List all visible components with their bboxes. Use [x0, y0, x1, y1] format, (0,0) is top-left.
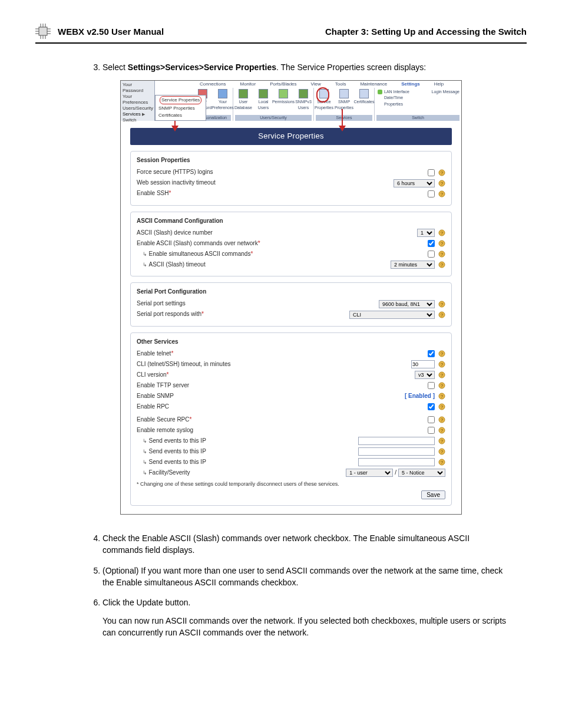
svg-text:?: ?: [441, 460, 444, 465]
cli-version-select[interactable]: v3: [415, 371, 435, 379]
nav-users-security[interactable]: Users/Security: [122, 106, 153, 111]
facility-select[interactable]: 1 - user: [346, 469, 393, 477]
menu-connections[interactable]: Connections: [193, 81, 233, 88]
ascii-section: ASCII Command Configuration ASCII (Slash…: [130, 212, 452, 277]
left-nav: Your Password Your Preferences Users/Sec…: [121, 81, 155, 121]
help-icon[interactable]: ?: [438, 393, 445, 400]
help-icon[interactable]: ?: [438, 437, 445, 444]
svg-text:?: ?: [441, 404, 444, 410]
nav-your-preferences[interactable]: Your Preferences: [122, 94, 153, 106]
toolbar-snmp-properties[interactable]: SNMP Properties: [336, 89, 352, 115]
menu-tools[interactable]: Tools: [328, 81, 353, 88]
ascii-timeout-select[interactable]: 2 minutes: [391, 261, 435, 269]
serial-settings-select[interactable]: 9600 baud, 8N1: [379, 300, 435, 308]
chip-icon: [35, 24, 51, 39]
service-properties-screenshot: Your Password Your Preferences Users/Sec…: [120, 80, 462, 515]
send-ip-1-input[interactable]: [358, 437, 435, 445]
content: Select Settings>Services>Service Propert…: [88, 61, 509, 638]
submenu-certificates[interactable]: Certificates: [156, 112, 206, 120]
help-icon[interactable]: ?: [438, 403, 445, 410]
svg-text:?: ?: [441, 230, 444, 236]
help-icon[interactable]: ?: [438, 448, 445, 455]
send-ip-2-input[interactable]: [358, 447, 435, 456]
enable-ssh-checkbox[interactable]: [428, 190, 435, 197]
submenu-snmp-properties[interactable]: SNMP Properties: [156, 105, 206, 113]
help-icon[interactable]: ?: [438, 190, 445, 197]
help-icon[interactable]: ?: [438, 350, 445, 357]
help-icon[interactable]: ?: [438, 301, 445, 308]
nav-your-password[interactable]: Your Password: [122, 82, 153, 94]
help-icon[interactable]: ?: [438, 427, 445, 434]
svg-text:?: ?: [441, 383, 444, 388]
enable-rpc-checkbox[interactable]: [428, 403, 435, 410]
svg-text:?: ?: [441, 312, 444, 318]
toolbar-your-preferences[interactable]: Your Preferences: [214, 89, 231, 115]
ascii-simultaneous-label: Enable simultaneous ASCII commands*: [137, 250, 428, 259]
menu-view[interactable]: View: [304, 81, 328, 88]
help-icon[interactable]: ?: [438, 180, 445, 187]
svg-text:?: ?: [441, 302, 444, 307]
toolbar-lan-interface[interactable]: LAN Interface: [384, 89, 409, 95]
enable-secure-rpc-label: Enable Secure RPC*: [137, 416, 428, 424]
toolbar-certificates[interactable]: Certificates: [356, 89, 372, 115]
snmp-enabled-link[interactable]: [ Enabled ]: [405, 392, 435, 401]
help-icon[interactable]: ?: [438, 240, 445, 247]
nav-services[interactable]: Services: [122, 111, 153, 117]
help-icon[interactable]: ?: [438, 261, 445, 268]
help-icon[interactable]: ?: [438, 251, 445, 258]
ascii-enable-network-checkbox[interactable]: [428, 240, 435, 247]
help-icon[interactable]: ?: [438, 459, 445, 466]
enable-tftp-checkbox[interactable]: [428, 382, 435, 389]
send-ip-3-input[interactable]: [358, 458, 435, 466]
help-icon[interactable]: ?: [438, 416, 445, 423]
toolbar-services: Service Properties SNMP Properties Certi…: [314, 88, 375, 121]
help-icon[interactable]: ?: [438, 229, 445, 236]
toolbar-properties[interactable]: Properties: [384, 101, 403, 107]
severity-select[interactable]: 5 - Notice: [398, 469, 445, 477]
ascii-device-label: ASCII (Slash) device number: [137, 229, 417, 238]
web-timeout-select[interactable]: 6 hours: [394, 179, 435, 187]
force-https-checkbox[interactable]: [428, 169, 435, 176]
toolbar-service-properties[interactable]: Service Properties: [316, 89, 332, 115]
help-icon[interactable]: ?: [438, 382, 445, 389]
toolbar-permissions[interactable]: Permissions: [275, 89, 292, 115]
svg-text:?: ?: [441, 351, 444, 357]
enable-telnet-checkbox[interactable]: [428, 350, 435, 357]
help-icon[interactable]: ?: [438, 361, 445, 368]
toolbar-user-database[interactable]: User Database: [235, 89, 252, 115]
red-arrow-left-icon: [171, 126, 178, 131]
session-heading: Session Properties: [137, 156, 445, 165]
help-icon[interactable]: ?: [438, 169, 445, 176]
toolbar-login-message[interactable]: Login Message: [432, 89, 459, 95]
session-properties-section: Session Properties Force secure (HTTPS) …: [130, 151, 452, 206]
menu-help[interactable]: Help: [427, 81, 451, 88]
toolbar-date-time[interactable]: Date/Time: [384, 95, 403, 101]
menu-ports-blades[interactable]: Ports/Blades: [263, 81, 303, 88]
serial-responds-select[interactable]: CLI: [349, 311, 435, 319]
cli-version-label: CLI version*: [137, 371, 415, 380]
nav-switch[interactable]: Switch: [122, 117, 153, 123]
enable-syslog-checkbox[interactable]: [428, 427, 435, 434]
ascii-simultaneous-checkbox[interactable]: [428, 251, 435, 258]
ascii-device-select[interactable]: 1: [417, 229, 435, 237]
red-arrow-right-icon: [339, 126, 346, 131]
cli-timeout-input[interactable]: [411, 360, 435, 368]
enable-secure-rpc-checkbox[interactable]: [428, 416, 435, 423]
svg-text:?: ?: [441, 449, 444, 454]
help-icon[interactable]: ?: [438, 311, 445, 318]
menu-monitor[interactable]: Monitor: [233, 81, 263, 88]
other-heading: Other Services: [137, 338, 445, 347]
svg-text:?: ?: [441, 262, 444, 268]
help-icon[interactable]: ?: [438, 371, 445, 378]
toolbar-local-users[interactable]: Local Users: [255, 89, 272, 115]
menu-settings[interactable]: Settings: [394, 81, 427, 88]
svg-text:?: ?: [441, 192, 444, 197]
submenu-service-properties[interactable]: Service Properties: [156, 96, 206, 105]
ascii-heading: ASCII Command Configuration: [137, 217, 445, 226]
save-button[interactable]: Save: [421, 490, 445, 499]
toolbar-snmpv3-users[interactable]: SNMPv3 Users: [295, 89, 312, 115]
menu-maintenance[interactable]: Maintenance: [353, 81, 394, 88]
send-ip-2-label: Send events to this IP: [137, 447, 358, 456]
slash-label: /: [395, 469, 396, 477]
ascii-timeout-label: ASCII (Slash) timeout: [137, 261, 391, 269]
